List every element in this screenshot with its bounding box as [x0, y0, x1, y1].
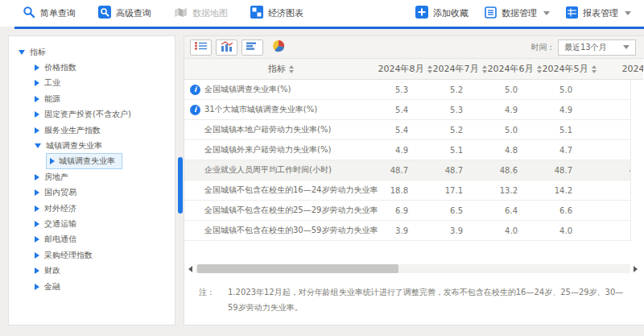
table-row[interactable]: 企业就业人员周平均工作时间(小时)48.748.748.648.748.5 — [184, 160, 631, 180]
column-header-month[interactable]: 2024年8月 — [378, 63, 432, 75]
indicator-name: 全国城镇外来户籍劳动力失业率(%) — [204, 144, 331, 156]
indicator-name-cell: 全国城镇不包含在校生的25—29岁劳动力失业率(%) — [184, 205, 378, 216]
tree-item[interactable]: 房地产 — [9, 169, 175, 185]
value-cell: 17.1 — [432, 186, 487, 195]
tree-item[interactable]: 金融 — [9, 279, 175, 294]
tree-item-label: 邮电通信 — [44, 234, 76, 245]
triangle-down-icon[interactable] — [35, 143, 41, 148]
sort-icon — [289, 65, 294, 73]
nav-econ-charts[interactable]: 经济图表 — [250, 6, 303, 21]
triangle-right-icon[interactable] — [35, 205, 39, 212]
footnote: 注： 1.2023年12月起，对分年龄组失业率统计进行了调整完善，发布不包含在校… — [199, 284, 636, 315]
info-icon[interactable]: i — [190, 105, 200, 115]
nav-simple-query[interactable]: 简单查询 — [23, 6, 76, 21]
table-row[interactable]: 全国城镇不包含在校生的30—59岁劳动力失业率(%)3.93.94.04.04.… — [184, 221, 631, 241]
table-row[interactable]: i全国城镇调查失业率(%)5.35.25.05.05.0 — [184, 80, 631, 100]
selected-tree-item-box[interactable]: 城镇调查失业率 — [46, 153, 122, 169]
table-row[interactable]: 全国城镇本地户籍劳动力失业率(%)5.45.25.05.15.1 — [184, 120, 631, 140]
tree-item[interactable]: 国内贸易 — [9, 185, 175, 201]
panel-splitter-handle[interactable] — [178, 157, 183, 214]
tree-item[interactable]: 交通运输 — [9, 216, 175, 231]
nav-data-map[interactable]: 数据地图 — [174, 6, 228, 21]
time-range-select[interactable]: 最近13个月 — [558, 39, 636, 56]
triangle-right-icon[interactable] — [35, 252, 39, 259]
triangle-right-icon[interactable] — [35, 64, 39, 71]
triangle-right-icon[interactable] — [35, 111, 39, 118]
column-header-month[interactable]: 2024年5月 — [542, 63, 597, 75]
value-cell: 7.1 — [597, 206, 631, 215]
triangle-right-icon[interactable] — [35, 221, 39, 227]
triangle-down-icon[interactable] — [19, 50, 25, 55]
value-cell: 5.0 — [597, 106, 631, 114]
indicator-name-cell: 企业就业人员周平均工作时间(小时) — [184, 164, 378, 176]
indicator-name: 31个大城市城镇调查失业率(%) — [204, 104, 317, 115]
tree-item[interactable]: 服务业生产指数 — [9, 122, 175, 138]
triangle-right-icon[interactable] — [35, 189, 39, 196]
pie-chart-view-button[interactable] — [267, 39, 289, 56]
data-manage-icon — [485, 6, 497, 21]
scrollbar-track[interactable] — [196, 264, 630, 273]
top-navigation-bar: 简单查询 高级查询 数据地图 经济图表 添加收藏 数据管理 — [0, 0, 644, 27]
tree-item[interactable]: 财政 — [9, 263, 175, 278]
value-cell: 6.6 — [542, 206, 597, 215]
triangle-right-icon[interactable] — [35, 127, 39, 134]
table-row[interactable]: 全国城镇外来户籍劳动力失业率(%)4.95.14.84.74.7 — [184, 140, 631, 160]
tree-item[interactable]: 邮电通信 — [9, 232, 175, 247]
tree-item[interactable]: 城镇调查失业率 — [9, 154, 175, 169]
hbar-chart-icon — [246, 41, 260, 53]
value-cell: 3.9 — [432, 226, 487, 235]
tree-item[interactable]: 固定资产投资(不含农户) — [9, 107, 175, 122]
tree-item[interactable]: 价格指数 — [9, 60, 175, 75]
sort-icon — [482, 65, 487, 73]
column-header-month[interactable]: 2024年7月 — [432, 63, 487, 75]
table-row[interactable]: i31个大城市城镇调查失业率(%)5.45.34.94.95.0 — [184, 100, 631, 120]
tree-item-label: 固定资产投资(不含农户) — [44, 109, 131, 120]
value-cell: 14.2 — [542, 186, 597, 195]
time-filter: 时间 : 最近13个月 — [530, 39, 636, 56]
table-row[interactable]: 全国城镇不包含在校生的25—29岁劳动力失业率(%)6.96.56.46.67.… — [184, 201, 631, 221]
tree-item-label: 工业 — [44, 77, 60, 89]
triangle-right-icon[interactable] — [35, 284, 39, 290]
indicator-name: 全国城镇不包含在校生的16—24岁劳动力失业率(%) — [204, 185, 378, 196]
column-header-month[interactable]: 2024年6月 — [487, 63, 542, 75]
nav-data-manage[interactable]: 数据管理 — [485, 6, 550, 21]
tree-item-label: 国内贸易 — [44, 187, 76, 198]
triangle-right-icon[interactable] — [35, 236, 39, 243]
triangle-right-icon[interactable] — [35, 80, 39, 86]
tree-item[interactable]: 城镇调查失业率 — [9, 138, 175, 153]
tree-item-label: 能源 — [44, 93, 60, 105]
triangle-right-icon[interactable] — [35, 174, 39, 180]
hbar-chart-view-button[interactable] — [242, 39, 263, 56]
triangle-right-icon[interactable] — [35, 96, 39, 102]
scrollbar-thumb[interactable] — [197, 264, 398, 273]
tree-item[interactable]: 工业 — [9, 76, 175, 91]
nav-add-favorite[interactable]: 添加收藏 — [415, 6, 469, 21]
column-header-month[interactable]: 2024年4月 — [597, 63, 643, 75]
nav-group-left: 简单查询 高级查询 数据地图 经济图表 — [23, 6, 303, 21]
value-cell: 5.1 — [542, 126, 597, 135]
tree-item-label: 财政 — [44, 265, 60, 276]
info-icon[interactable]: i — [190, 85, 200, 95]
add-favorite-icon — [415, 6, 428, 21]
tree-item[interactable]: 能源 — [9, 91, 175, 106]
value-cell: 48.7 — [432, 166, 487, 175]
main-panel: 时间 : 最近13个月 指标 2024年8月 2024年7月 2024年6月 2… — [184, 35, 644, 326]
tree-item-label: 交通运输 — [44, 218, 76, 230]
tree-item[interactable]: 指标 — [9, 44, 175, 60]
nav-report-manage[interactable]: 报表管理 — [566, 6, 631, 21]
triangle-right-icon[interactable] — [35, 268, 39, 274]
nav-advanced-query[interactable]: 高级查询 — [98, 6, 151, 21]
table-view-button[interactable] — [190, 39, 212, 56]
bar-chart-view-button[interactable] — [216, 39, 237, 56]
tree-item[interactable]: 对外经济 — [9, 201, 175, 216]
scroll-right-arrow-icon[interactable] — [634, 266, 638, 272]
triangle-right-icon[interactable] — [50, 158, 55, 164]
table-row[interactable]: 全国城镇不包含在校生的16—24岁劳动力失业率(%)18.817.113.214… — [184, 180, 631, 201]
column-header-indicator[interactable]: 指标 — [184, 63, 378, 75]
tree-item[interactable]: 采购经理指数 — [9, 247, 175, 263]
indicator-name: 全国城镇调查失业率(%) — [204, 84, 291, 95]
footnote-text: 1.2023年12月起，对分年龄组失业率统计进行了调整完善，发布不包含在校生的1… — [228, 284, 630, 315]
value-cell: 5.1 — [432, 146, 487, 155]
indicator-name-cell: i全国城镇调查失业率(%) — [184, 84, 378, 95]
scroll-left-arrow-icon[interactable] — [188, 266, 192, 272]
